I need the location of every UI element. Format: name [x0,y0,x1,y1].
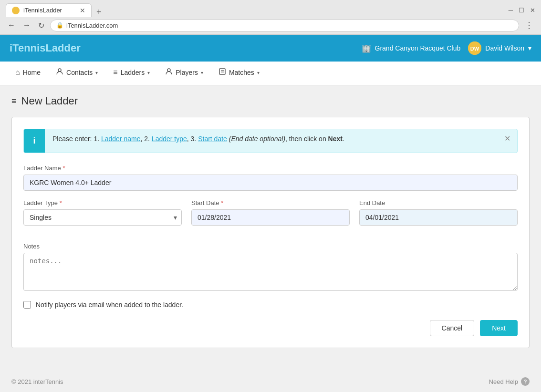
form-card: i Please enter: 1. Ladder name, 2. Ladde… [11,117,530,348]
user-chevron-icon: ▾ [528,44,531,52]
contacts-chevron-icon: ▾ [95,70,98,75]
svg-point-4 [167,69,170,72]
building-icon: 🏢 [362,44,371,53]
tab-favicon [12,7,20,14]
info-banner-text: Please enter: 1. Ladder name, 2. Ladder … [45,129,498,148]
end-date-label: End Date [359,199,518,206]
info-icon: i [24,129,45,153]
notify-checkbox-row: Notify players via email when added to t… [23,301,518,309]
notify-checkbox-label[interactable]: Notify players via email when added to t… [36,301,183,309]
nav-contacts-label: Contacts [66,69,93,76]
ladder-type-group: Ladder Type * Singles Doubles Mixed Doub… [23,199,182,226]
info-step-1-link[interactable]: Ladder name [101,135,141,143]
contacts-icon [56,68,63,77]
ladder-type-label: Ladder Type * [23,199,182,206]
lock-icon: 🔒 [56,22,63,29]
address-bar: ← → ↻ 🔒 iTennisLadder.com ⋮ [0,17,541,34]
ladder-type-select-wrapper: Singles Doubles Mixed Doubles ▾ [23,209,182,226]
form-button-row: Cancel Next [23,320,518,336]
start-date-col: Start Date * [191,199,350,234]
nav-matches-label: Matches [229,69,254,76]
main-nav: ⌂ Home Contacts ▾ ≡ Ladders ▾ Players ▾ … [0,62,541,85]
cancel-button[interactable]: Cancel [430,320,475,336]
info-optional-text: (End date optional), then click on [229,135,328,143]
ladder-type-col: Ladder Type * Singles Doubles Mixed Doub… [23,199,182,234]
ladder-name-group: Ladder Name * [23,165,518,191]
notify-checkbox[interactable] [23,301,31,309]
url-display: iTennisLadder.com [66,22,118,29]
refresh-button[interactable]: ↻ [36,20,46,31]
start-date-input[interactable] [191,209,350,226]
svg-point-0 [13,8,19,13]
info-text-prefix: Please enter: [52,135,94,143]
info-cta-text: Next [328,135,343,143]
sidebar-item-ladders[interactable]: ≡ Ladders ▾ [105,62,157,85]
avatar: DW [468,41,481,55]
info-banner-close-button[interactable]: ✕ [498,129,517,148]
sidebar-item-home[interactable]: ⌂ Home [8,62,48,85]
ladder-name-label: Ladder Name * [23,165,518,172]
browser-chrome: iTennisLadder ✕ + ─ ☐ ✕ ← → ↻ 🔒 iTennisL… [0,0,541,35]
home-icon: ⌂ [15,68,20,77]
user-menu[interactable]: DW David Wilson ▾ [468,41,531,55]
address-input[interactable]: 🔒 iTennisLadder.com [50,20,519,31]
info-step-2-num: 2. [144,135,152,143]
back-button[interactable]: ← [6,20,17,31]
user-name: David Wilson [485,44,524,52]
players-icon [165,68,173,77]
notes-group: Notes [23,243,518,292]
end-date-input[interactable] [359,209,518,226]
header-right: 🏢 Grand Canyon Racquet Club DW David Wil… [362,41,531,55]
ladders-icon: ≡ [113,68,117,77]
forward-button[interactable]: → [21,20,32,31]
need-help-label: Need Help [489,378,518,385]
logo-suffix: Ladder [45,42,80,54]
club-info: 🏢 Grand Canyon Racquet Club [362,44,461,53]
help-icon: ? [521,377,530,386]
ladder-type-select[interactable]: Singles Doubles Mixed Doubles [23,209,182,226]
info-step-2-link[interactable]: Ladder type [152,135,187,143]
app-header: iTennisLadder 🏢 Grand Canyon Racquet Clu… [0,35,541,62]
start-date-group: Start Date * [191,199,350,226]
copyright-text: © 2021 interTennis [11,378,63,385]
matches-chevron-icon: ▾ [257,70,260,75]
hamburger-icon: ≡ [11,96,17,106]
players-chevron-icon: ▾ [201,70,203,75]
notes-label: Notes [23,243,518,250]
info-step-1-num: 1. [94,135,101,143]
app-footer: © 2021 interTennis Need Help ? [0,371,541,392]
nav-home-label: Home [23,69,41,76]
svg-text:DW: DW [470,46,479,52]
form-row-type-dates: Ladder Type * Singles Doubles Mixed Doub… [23,199,518,234]
sidebar-item-matches[interactable]: Matches ▾ [211,62,267,85]
ladders-chevron-icon: ▾ [147,70,150,75]
page-content: ≡ New Ladder i Please enter: 1. Ladder n… [0,85,541,371]
help-link[interactable]: Need Help ? [489,377,530,386]
browser-tab-active[interactable]: iTennisLadder ✕ [6,3,92,17]
nav-ladders-label: Ladders [121,69,145,76]
info-step-3-link[interactable]: Start date [198,135,227,143]
info-step-3-num: 3. [191,135,198,143]
app-logo[interactable]: iTennisLadder [10,42,81,54]
new-tab-button[interactable]: + [93,7,105,17]
info-banner: i Please enter: 1. Ladder name, 2. Ladde… [23,129,518,153]
matches-icon [218,68,226,77]
club-name: Grand Canyon Racquet Club [375,44,461,52]
tab-close-button[interactable]: ✕ [80,7,85,14]
svg-point-3 [58,69,61,72]
window-controls: ─ ☐ ✕ [509,7,535,14]
close-button[interactable]: ✕ [530,7,535,14]
sidebar-item-contacts[interactable]: Contacts ▾ [48,62,105,85]
maximize-button[interactable]: ☐ [519,7,524,14]
browser-menu-button[interactable]: ⋮ [523,19,535,31]
page-title: New Ladder [21,95,78,107]
next-button[interactable]: Next [480,320,518,336]
tab-label: iTennisLadder [23,7,76,14]
notes-textarea[interactable] [23,253,518,291]
end-date-col: End Date [359,199,518,234]
sidebar-item-players[interactable]: Players ▾ [157,62,211,85]
info-text-end: . [343,135,344,143]
nav-players-label: Players [176,69,198,76]
ladder-name-input[interactable] [23,175,518,191]
minimize-button[interactable]: ─ [509,7,513,14]
